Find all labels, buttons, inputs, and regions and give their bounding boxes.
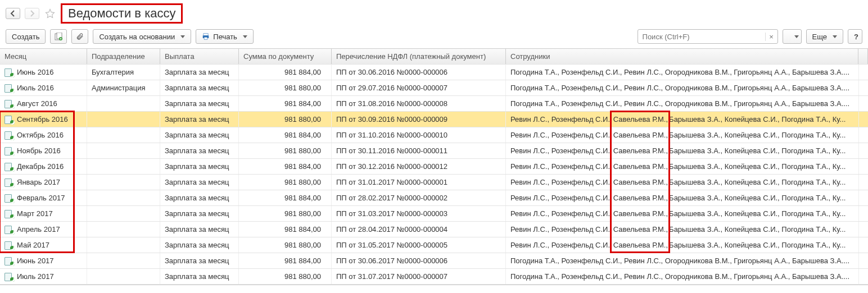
emp-right: Барышева З.А., Копейцева С.И., Погодина …: [669, 225, 854, 234]
cell-month: Июль 2016: [0, 80, 87, 95]
cell-month: Октябрь 2016: [0, 127, 87, 143]
col-ndfl[interactable]: Перечисление НДФЛ (платежный документ): [332, 49, 506, 64]
col-dept[interactable]: Подразделение: [87, 49, 160, 64]
search-input[interactable]: [638, 33, 765, 41]
emp-right: Барышева З.А., Копейцева С.И., Погодина …: [669, 131, 854, 139]
table-header: Месяц Подразделение Выплата Сумма по док…: [0, 49, 868, 65]
cell-ndfl: ПП от 31.10.2016 №0000-000010: [332, 127, 506, 143]
col-payout[interactable]: Выплата: [160, 49, 239, 64]
cell-month: Май 2017: [0, 237, 87, 253]
cell-ndfl: ПП от 31.08.2016 №0000-000008: [332, 96, 506, 111]
cell-dept: [87, 206, 160, 221]
cell-ndfl: ПП от 31.05.2017 №0000-000005: [332, 237, 506, 253]
cell-spacer: [859, 190, 868, 205]
col-spacer: [858, 49, 868, 64]
table-row[interactable]: Январь 2017Зарплата за месяц981 880,00ПП…: [0, 175, 868, 190]
more-button[interactable]: Еще: [806, 29, 843, 44]
table-row[interactable]: Август 2016Зарплата за месяц981 884,00ПП…: [0, 96, 868, 112]
table-row[interactable]: Июнь 2016БухгалтерияЗарплата за месяц981…: [0, 65, 868, 80]
cell-employees: Погодина Т.А., Розенфельд С.И., Ревин Л.…: [506, 80, 859, 95]
cell-month: Сентябрь 2016: [0, 112, 87, 127]
cell-month: Февраль 2017: [0, 190, 87, 205]
svg-rect-5: [204, 37, 207, 39]
cell-payout: Зарплата за месяц: [160, 127, 239, 143]
emp-right: Барышева З.А., Копейцева С.И., Погодина …: [669, 178, 854, 186]
emp-left: Ревин Л.С., Розенфельд С.И.,: [510, 241, 612, 249]
create-based-on-button[interactable]: Создать на основании: [93, 29, 191, 44]
chevron-down-icon: [833, 35, 837, 38]
cell-spacer: [859, 206, 868, 221]
document-icon: [4, 116, 13, 123]
chevron-down-icon: [794, 35, 799, 38]
col-sum[interactable]: Сумма по документу: [239, 49, 332, 64]
emp-highlighted-name: Савельева Р.М.,: [612, 209, 669, 218]
document-icon: [4, 131, 13, 139]
emp-highlighted-name: Савельева Р.М.,: [612, 178, 669, 186]
table-row[interactable]: Апрель 2017Зарплата за месяц981 884,00ПП…: [0, 222, 868, 237]
cell-ndfl: ПП от 30.09.2016 №0000-000009: [332, 112, 506, 127]
cell-sum: 981 884,00: [239, 65, 332, 80]
cell-ndfl: ПП от 28.02.2017 №0000-000002: [332, 190, 506, 205]
more-label: Еще: [812, 33, 827, 41]
table-row[interactable]: Октябрь 2016Зарплата за месяц981 884,00П…: [0, 127, 868, 143]
table-row[interactable]: Июль 2016АдминистрацияЗарплата за месяц9…: [0, 80, 868, 96]
table-row[interactable]: Ноябрь 2016Зарплата за месяц981 880,00ПП…: [0, 143, 868, 159]
cell-month: Июнь 2016: [0, 65, 87, 80]
table-row[interactable]: Июнь 2017Зарплата за месяц981 884,00ПП о…: [0, 253, 868, 269]
document-icon: [4, 68, 13, 76]
find-button[interactable]: [783, 29, 802, 44]
search-clear-button[interactable]: ×: [765, 33, 777, 41]
emp-highlighted-name: Савельева Р.М.,: [612, 241, 669, 249]
cell-sum: 981 884,00: [239, 190, 332, 205]
chevron-down-icon: [180, 35, 185, 38]
document-icon: [4, 100, 13, 108]
table-row[interactable]: Июль 2017Зарплата за месяц981 880,00ПП о…: [0, 269, 868, 285]
table-row[interactable]: Февраль 2017Зарплата за месяц981 884,00П…: [0, 190, 868, 206]
table-row[interactable]: Май 2017Зарплата за месяц981 880,00ПП от…: [0, 237, 868, 253]
print-label: Печать: [213, 33, 237, 41]
month-text: Ноябрь 2016: [17, 146, 61, 155]
cell-sum: 981 880,00: [239, 206, 332, 221]
favorite-star-icon[interactable]: [44, 7, 56, 20]
table-row[interactable]: Сентябрь 2016Зарплата за месяц981 880,00…: [0, 112, 868, 127]
cell-payout: Зарплата за месяц: [160, 175, 239, 190]
cell-payout: Зарплата за месяц: [160, 80, 239, 95]
toolbar: Создать Создать на основании Печать × Ещ…: [0, 29, 868, 48]
print-button[interactable]: Печать: [196, 29, 254, 44]
cell-dept: [87, 96, 160, 111]
cell-dept: Бухгалтерия: [87, 65, 160, 80]
cell-employees: Ревин Л.С., Розенфельд С.И., Савельева Р…: [506, 127, 859, 143]
emp-left: Ревин Л.С., Розенфельд С.И.,: [510, 115, 612, 123]
create-button-label: Создать: [12, 33, 39, 41]
cell-ndfl: ПП от 28.04.2017 №0000-000004: [332, 222, 506, 237]
create-copy-button[interactable]: [50, 29, 67, 44]
cell-month: Июль 2017: [0, 269, 87, 284]
month-text: Июнь 2017: [17, 257, 54, 265]
cell-payout: Зарплата за месяц: [160, 222, 239, 237]
cell-spacer: [859, 222, 868, 237]
cell-month: Декабрь 2016: [0, 159, 87, 174]
table-row[interactable]: Декабрь 2016Зарплата за месяц981 884,00П…: [0, 159, 868, 175]
table-row[interactable]: Март 2017Зарплата за месяц981 880,00ПП о…: [0, 206, 868, 222]
emp-right: Барышева З.А., Копейцева С.И., Погодина …: [669, 241, 854, 249]
attach-button[interactable]: [71, 29, 88, 44]
cell-month: Ноябрь 2016: [0, 143, 87, 158]
nav-back-button[interactable]: [6, 8, 20, 19]
search-box: ×: [638, 29, 778, 44]
cell-payout: Зарплата за месяц: [160, 159, 239, 174]
cell-employees: Погодина Т.А., Розенфельд С.И., Ревин Л.…: [506, 253, 859, 268]
cell-spacer: [859, 143, 868, 158]
cell-payout: Зарплата за месяц: [160, 237, 239, 253]
month-text: Январь 2017: [17, 178, 60, 186]
cell-spacer: [859, 175, 868, 190]
month-text: Июль 2017: [17, 272, 54, 281]
cell-dept: [87, 190, 160, 205]
emp-left: Ревин Л.С., Розенфельд С.И.,: [510, 178, 612, 186]
cell-sum: 981 884,00: [239, 222, 332, 237]
help-button[interactable]: ?: [848, 29, 862, 44]
emp-highlighted-name: Савельева Р.М.,: [612, 225, 669, 234]
col-employees[interactable]: Сотрудники: [506, 49, 858, 64]
create-button[interactable]: Создать: [6, 29, 46, 44]
col-month[interactable]: Месяц: [0, 49, 87, 64]
nav-forward-button[interactable]: [25, 8, 39, 19]
